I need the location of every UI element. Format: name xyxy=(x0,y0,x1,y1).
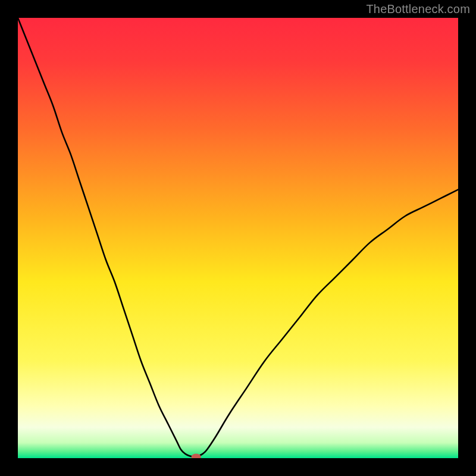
bottleneck-chart xyxy=(18,18,458,458)
watermark-label: TheBottleneck.com xyxy=(366,2,470,16)
gradient-background xyxy=(18,18,458,458)
chart-frame: TheBottleneck.com xyxy=(0,0,476,476)
